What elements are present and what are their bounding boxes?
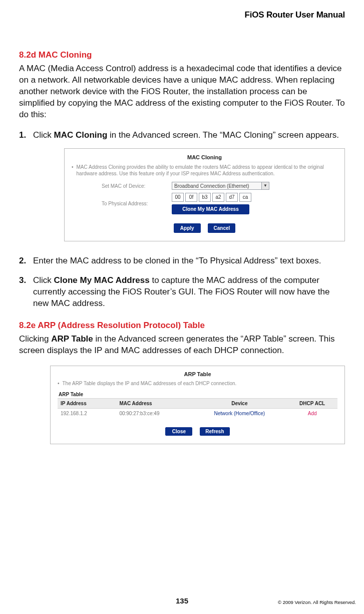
mac-octet-input[interactable]: d7 bbox=[226, 193, 238, 202]
step1-text-bold: MAC Cloning bbox=[54, 130, 108, 140]
device-select[interactable]: Broadband Connection (Ethernet) ▼ bbox=[172, 182, 269, 190]
col-ip: IP Address bbox=[58, 399, 116, 409]
table-row: 192.168.1.2 00:90:27:b3:ce:49 Network (H… bbox=[58, 409, 337, 419]
label-to-physical: To Physical Address: bbox=[72, 200, 172, 207]
mac-panel-title: MAC Cloning bbox=[72, 154, 337, 161]
step-2: Enter the MAC address to be cloned in th… bbox=[19, 255, 345, 267]
step-3: Click Clone My MAC Address to capture th… bbox=[19, 275, 345, 310]
arp-table-header-row: IP Address MAC Address Device DHCP ACL bbox=[58, 399, 337, 409]
bullet-icon: • bbox=[58, 380, 60, 387]
step1-text-post: in the Advanced screen. The “MAC Cloning… bbox=[107, 130, 339, 140]
copyright: © 2009 Verizon. All Rights Reserved. bbox=[278, 599, 356, 605]
section-heading-mac-cloning: 8.2d MAC Cloning bbox=[19, 50, 345, 60]
clone-my-mac-button[interactable]: Clone My MAC Address bbox=[172, 204, 249, 214]
arp-intro-bold: ARP Table bbox=[51, 334, 93, 344]
step3-text-pre: Click bbox=[33, 275, 54, 285]
col-device: Device bbox=[192, 399, 287, 409]
refresh-button[interactable]: Refresh bbox=[200, 427, 229, 436]
intro-mac-cloning: A MAC (Media Access Control) address is … bbox=[19, 63, 345, 121]
mac-octet-inputs: 00 0f b3 a2 d7 ca bbox=[172, 193, 251, 202]
steps-list: Click MAC Cloning in the Advanced screen… bbox=[19, 130, 345, 310]
mac-panel-note-text: MAC Address Cloning provides the ability… bbox=[77, 164, 337, 177]
arp-subhead: ARP Table bbox=[59, 392, 337, 397]
arp-panel-actions: Close Refresh bbox=[58, 427, 337, 436]
step3-text-bold: Clone My MAC Address bbox=[54, 275, 150, 285]
device-select-value: Broadband Connection (Ethernet) bbox=[174, 183, 249, 190]
arp-panel-note: • The ARP Table displays the IP and MAC … bbox=[58, 380, 337, 387]
mac-octet-input[interactable]: ca bbox=[239, 193, 251, 202]
document-header: FiOS Router User Manual bbox=[19, 10, 345, 20]
device-link[interactable]: Network (Home/Office) bbox=[214, 411, 265, 416]
cancel-button[interactable]: Cancel bbox=[208, 223, 235, 233]
mac-octet-input[interactable]: 00 bbox=[172, 193, 184, 202]
arp-table-panel: ARP Table • The ARP Table displays the I… bbox=[50, 366, 345, 444]
mac-cloning-panel: MAC Cloning • MAC Address Cloning provid… bbox=[64, 148, 345, 242]
arp-panel-note-text: The ARP Table displays the IP and MAC ad… bbox=[63, 380, 237, 387]
bullet-icon: • bbox=[72, 164, 74, 177]
label-set-mac: Set MAC of Device: bbox=[72, 183, 172, 190]
mac-panel-actions: Apply Cancel bbox=[72, 223, 337, 233]
cell-ip: 192.168.1.2 bbox=[58, 409, 116, 419]
chevron-down-icon: ▼ bbox=[261, 182, 269, 189]
step-1: Click MAC Cloning in the Advanced screen… bbox=[19, 130, 345, 242]
col-acl: DHCP ACL bbox=[287, 399, 337, 409]
arp-panel-title: ARP Table bbox=[58, 371, 337, 377]
cell-mac: 00:90:27:b3:ce:49 bbox=[116, 409, 192, 419]
mac-octet-input[interactable]: 0f bbox=[185, 193, 197, 202]
arp-intro-pre: Clicking bbox=[19, 334, 51, 344]
mac-panel-note: • MAC Address Cloning provides the abili… bbox=[72, 164, 337, 177]
close-button[interactable]: Close bbox=[165, 427, 192, 436]
section-heading-arp: 8.2e ARP (Address Resolution Protocol) T… bbox=[19, 321, 345, 331]
mac-octet-input[interactable]: b3 bbox=[199, 193, 211, 202]
step1-text-pre: Click bbox=[33, 130, 54, 140]
intro-arp: Clicking ARP Table in the Advanced scree… bbox=[19, 334, 345, 357]
step2-text: Enter the MAC address to be cloned in th… bbox=[33, 256, 321, 265]
col-mac: MAC Address bbox=[116, 399, 192, 409]
mac-octet-input[interactable]: a2 bbox=[212, 193, 224, 202]
add-acl-link[interactable]: Add bbox=[308, 411, 317, 416]
arp-table: IP Address MAC Address Device DHCP ACL 1… bbox=[58, 398, 337, 418]
apply-button[interactable]: Apply bbox=[174, 223, 201, 233]
